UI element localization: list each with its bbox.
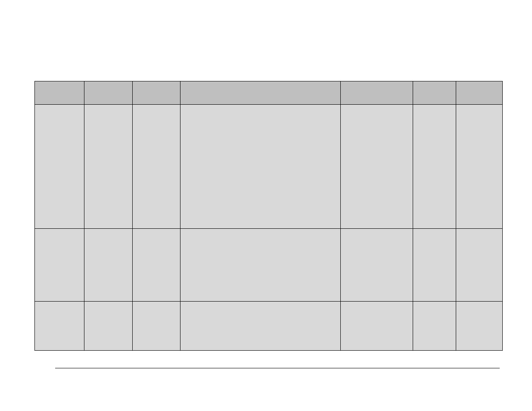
table-cell — [341, 105, 413, 229]
table-header-cell — [84, 81, 133, 105]
table-cell — [456, 229, 503, 302]
table-cell — [35, 229, 84, 302]
table-header-cell — [341, 81, 413, 105]
main-table — [34, 81, 503, 351]
table-header-cell — [35, 81, 84, 105]
table-header-row — [35, 81, 503, 105]
table-cell — [180, 302, 341, 351]
horizontal-rule — [55, 368, 500, 368]
table-cell — [35, 105, 84, 229]
table-header-cell — [413, 81, 456, 105]
table-cell — [341, 302, 413, 351]
table-row — [35, 229, 503, 302]
table-header-cell — [180, 81, 341, 105]
table-header-cell — [456, 81, 503, 105]
table-cell — [35, 302, 84, 351]
table-cell — [413, 302, 456, 351]
table-cell — [84, 229, 133, 302]
table-cell — [133, 302, 180, 351]
table-cell — [413, 229, 456, 302]
table-cell — [413, 105, 456, 229]
table-cell — [180, 229, 341, 302]
page — [0, 0, 532, 411]
table-cell — [456, 302, 503, 351]
table-cell — [456, 105, 503, 229]
table-header-cell — [133, 81, 180, 105]
table-cell — [84, 302, 133, 351]
table-cell — [84, 105, 133, 229]
table-row — [35, 302, 503, 351]
table-cell — [133, 105, 180, 229]
table-cell — [341, 229, 413, 302]
table-cell — [133, 229, 180, 302]
table-row — [35, 105, 503, 229]
table-cell — [180, 105, 341, 229]
